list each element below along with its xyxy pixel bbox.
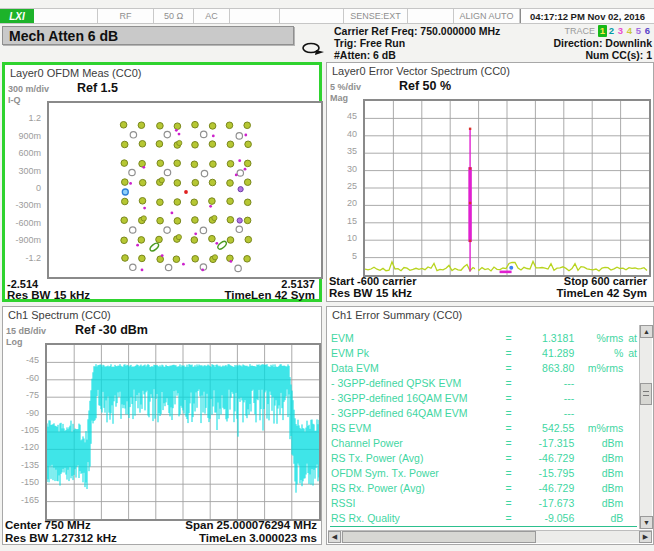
summary-eq: = xyxy=(506,436,518,451)
axis-format-label: I-Q xyxy=(8,95,21,105)
spectrum-plot xyxy=(45,343,321,521)
summary-row-ofdm-sym-tx-power: OFDM Sym. Tx. Power=-15.795dBm xyxy=(331,466,637,481)
summary-label: RS Rx. Power (Avg) xyxy=(331,481,506,496)
summary-label: OFDM Sym. Tx. Power xyxy=(331,466,506,481)
summary-extra xyxy=(623,361,637,376)
summary-val: --- xyxy=(517,406,574,421)
window-error-vector-spectrum[interactable]: Layer0 Error Vector Spectrum (CC0) 5 %/d… xyxy=(326,62,654,302)
summary-val: -17.673 xyxy=(517,496,574,511)
analyzer-screen: LXI RF50 ΩACSENSE:EXTALIGN AUTO04:17:12 … xyxy=(0,0,654,551)
summary-label: - 3GPP-defined 16QAM EVM xyxy=(331,391,506,406)
status-cell-empty xyxy=(34,9,98,23)
summary-unit: dBm xyxy=(574,496,623,511)
y-tick--75: -75 xyxy=(3,390,39,400)
summary-extra xyxy=(623,481,637,496)
continuous-sweep-icon xyxy=(300,41,324,56)
trace-6[interactable]: 6 xyxy=(643,25,652,37)
trace-3[interactable]: 3 xyxy=(616,25,625,37)
summary-unit: m%rms xyxy=(574,361,623,376)
scale-per-div: 300 m/div xyxy=(8,84,49,94)
summary-eq: = xyxy=(506,421,518,436)
y-tick-0: 0 xyxy=(5,183,41,193)
error-summary-table: EVM=1.3181%rmsatEVM Pk=41.289%atData EVM… xyxy=(331,331,637,526)
summary-extra xyxy=(623,406,637,421)
summary-row-data-evm: Data EVM=863.80m%rms xyxy=(331,361,637,376)
summary-val: 863.80 xyxy=(517,361,574,376)
summary-extra xyxy=(623,436,637,451)
summary-row-rs-rx-quality: RS Rx. Quality=-9.056dB xyxy=(331,511,637,526)
summary-label: Channel Power xyxy=(331,436,506,451)
start-carrier-label: Start -600 carrier xyxy=(329,275,416,287)
summary-label: RS Tx. Power (Avg) xyxy=(331,451,506,466)
direction-status: Direction: Downlink xyxy=(553,37,652,49)
summary-row--3gpp-defined-16qam-evm: - 3GPP-defined 16QAM EVM=--- xyxy=(331,391,637,406)
y-tick-300m: 300m xyxy=(5,166,41,176)
scroll-left-button[interactable]: ◀ xyxy=(328,531,341,543)
axis-format-label: Log xyxy=(6,337,23,347)
y-tick-10: 10 xyxy=(327,233,357,243)
summary-unit: dB xyxy=(574,511,623,526)
y-tick--45: -45 xyxy=(3,355,39,365)
status-cell-empty xyxy=(230,9,280,23)
trace-1-selected[interactable]: 1 xyxy=(598,25,607,37)
summary-eq: = xyxy=(506,376,518,391)
y-tick--600m: -600m xyxy=(5,218,41,228)
scroll-up-button[interactable]: ▲ xyxy=(640,325,653,338)
evm-spectrum-trace xyxy=(365,101,649,275)
y-tick--120: -120 xyxy=(3,442,39,452)
y-tick--1.2: -1.2 xyxy=(5,253,41,263)
center-freq-label: Center 750 MHz xyxy=(5,519,91,531)
window-ch1-spectrum[interactable]: Ch1 Spectrum (CC0) 15 dB/div Ref -30 dBm… xyxy=(2,306,322,545)
status-indicator-50-: 50 Ω xyxy=(154,9,194,23)
vertical-scroll-thumb[interactable] xyxy=(640,383,652,405)
scale-per-div: 15 dB/div xyxy=(6,326,46,336)
summary-row-channel-power: Channel Power=-17.315dBm xyxy=(331,436,637,451)
summary-eq: = xyxy=(506,331,518,346)
panel-title: Ch1 Spectrum (CC0) xyxy=(8,309,111,321)
summary-row-rs-tx-power-avg-: RS Tx. Power (Avg)=-46.729dBm xyxy=(331,451,637,466)
y-tick-900m: 900m xyxy=(5,131,41,141)
constellation-trace xyxy=(49,103,321,277)
summary-label: Data EVM xyxy=(331,361,506,376)
summary-unit: dBm xyxy=(574,466,623,481)
summary-row-rs-rx-power-avg-: RS Rx. Power (Avg)=-46.729dBm xyxy=(331,481,637,496)
summary-row-rssi: RSSI=-17.673dBm xyxy=(331,496,637,511)
y-tick--150: -150 xyxy=(3,477,39,487)
datetime-display: 04:17:12 PM Nov 02, 2016 xyxy=(520,9,654,23)
horizontal-scroll-thumb[interactable] xyxy=(342,531,536,543)
y-tick-40: 40 xyxy=(327,129,357,139)
summary-eq: = xyxy=(506,511,518,526)
summary-val: 1.3181 xyxy=(517,331,574,346)
summary-label: - 3GPP-defined 64QAM EVM xyxy=(331,406,506,421)
summary-row-rs-evm: RS EVM=542.55m%rms xyxy=(331,421,637,436)
summary-unit: dBm xyxy=(574,481,623,496)
window-error-summary[interactable]: Ch1 Error Summary (CC0) EVM=1.3181%rmsat… xyxy=(326,306,654,545)
ref-level: Ref 50 % xyxy=(399,79,451,93)
trace-4[interactable]: 4 xyxy=(625,25,634,37)
y-tick-5: 5 xyxy=(327,251,357,261)
window-ofdm-meas[interactable]: Layer0 OFDM Meas (CC0) 300 m/div Ref 1.5… xyxy=(2,62,322,302)
message-bar: Mech Atten 6 dB xyxy=(2,26,294,45)
horizontal-scroll-track[interactable] xyxy=(536,531,639,543)
carrier-ref-freq: Carrier Ref Freq: 750.000000 MHz xyxy=(334,25,500,37)
horizontal-scrollbar[interactable]: ◀ ▶ xyxy=(328,530,652,543)
summary-extra: at xyxy=(623,331,637,346)
status-cell-empty xyxy=(408,9,454,23)
status-indicator-ac: AC xyxy=(194,9,230,23)
status-cell-empty xyxy=(280,9,344,23)
vertical-scrollbar[interactable]: ▲ ▼ xyxy=(639,325,652,529)
scale-per-div: 5 %/div xyxy=(330,82,361,92)
scroll-right-button[interactable]: ▶ xyxy=(639,531,652,543)
y-tick--300m: -300m xyxy=(5,200,41,210)
summary-eq: = xyxy=(506,481,518,496)
scroll-down-button[interactable]: ▼ xyxy=(640,516,653,529)
summary-val: --- xyxy=(517,376,574,391)
summary-unit: dBm xyxy=(574,436,623,451)
trace-2[interactable]: 2 xyxy=(607,25,616,37)
summary-eq: = xyxy=(506,496,518,511)
trigger-status: Trig: Free Run xyxy=(334,37,405,49)
res-bw-label: Res BW 1.27312 kHz xyxy=(5,532,117,544)
y-tick--135: -135 xyxy=(3,460,39,470)
y-tick-1.2: 1.2 xyxy=(5,113,41,123)
trace-5[interactable]: 5 xyxy=(634,25,643,37)
